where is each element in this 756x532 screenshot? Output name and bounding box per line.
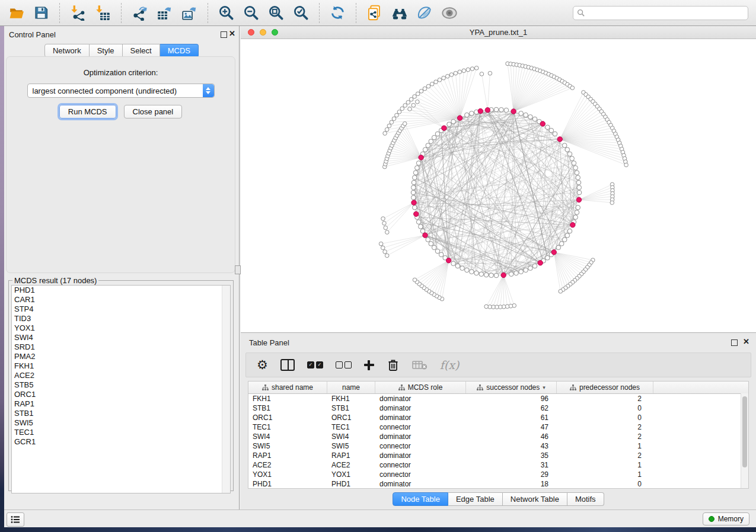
mcds-result-item[interactable]: YOX1	[12, 323, 230, 333]
delete-column-icon[interactable]	[387, 357, 400, 373]
column-header-predecessor-nodes[interactable]: predecessor nodes	[557, 382, 653, 393]
network-node[interactable]	[524, 268, 528, 273]
mcds-result-item[interactable]: RAP1	[12, 399, 230, 409]
network-leaf-node[interactable]	[390, 120, 394, 124]
network-leaf-node[interactable]	[445, 74, 449, 78]
table-row[interactable]: FKH1FKH1dominator962	[248, 394, 748, 403]
close-panel-icon[interactable]: ✕	[229, 30, 235, 38]
network-dominator-node[interactable]	[442, 126, 446, 130]
network-node[interactable]	[412, 175, 417, 180]
select-stepper-icon[interactable]	[203, 84, 214, 97]
network-node[interactable]	[562, 143, 567, 148]
table-row[interactable]: STB1STB1dominator620	[248, 403, 748, 413]
network-node[interactable]	[447, 122, 452, 127]
network-leaf-node[interactable]	[610, 201, 614, 205]
network-node[interactable]	[514, 271, 519, 275]
run-mcds-button[interactable]: Run MCDS	[59, 105, 116, 118]
table-row[interactable]: ACE2ACE2connector311	[248, 460, 748, 470]
close-panel-button[interactable]: Close panel	[124, 105, 183, 118]
network-node[interactable]	[432, 135, 436, 140]
network-node[interactable]	[494, 107, 499, 112]
mcds-result-item[interactable]: GCR1	[12, 437, 230, 447]
zoom-out-icon[interactable]	[242, 4, 260, 22]
network-leaf-node[interactable]	[412, 103, 416, 107]
mcds-result-item[interactable]: PHD1	[12, 286, 230, 295]
split-view-icon[interactable]	[280, 357, 295, 373]
network-leaf-node[interactable]	[403, 104, 407, 108]
network-leaf-node[interactable]	[419, 89, 423, 94]
network-node[interactable]	[411, 190, 416, 195]
network-node[interactable]	[470, 111, 474, 116]
network-node[interactable]	[484, 273, 489, 277]
network-dominator-node[interactable]	[412, 200, 416, 205]
mcds-result-item[interactable]: TID3	[12, 314, 230, 323]
float-panel-icon[interactable]	[221, 31, 227, 38]
network-leaf-node[interactable]	[392, 117, 396, 121]
mcds-result-item[interactable]: STP4	[12, 305, 230, 314]
network-node[interactable]	[575, 210, 579, 215]
network-node[interactable]	[479, 272, 484, 277]
network-node[interactable]	[415, 166, 420, 171]
network-node[interactable]	[573, 215, 578, 220]
network-dominator-node[interactable]	[576, 197, 581, 202]
network-leaf-node[interactable]	[570, 86, 575, 90]
network-leaf-node[interactable]	[434, 80, 438, 84]
network-leaf-node[interactable]	[413, 278, 417, 282]
network-leaf-node[interactable]	[385, 230, 390, 235]
network-dominator-node[interactable]	[557, 137, 562, 142]
network-leaf-node[interactable]	[466, 68, 470, 72]
network-leaf-node[interactable]	[480, 72, 484, 76]
table-row[interactable]: ORC1ORC1dominator610	[248, 413, 748, 422]
mcds-result-item[interactable]: SRD1	[12, 342, 230, 352]
network-node[interactable]	[412, 205, 417, 210]
table-row[interactable]: SWI4SWI4dominator462	[248, 432, 748, 441]
tab-edge-table[interactable]: Edge Table	[448, 492, 503, 506]
mcds-result-item[interactable]: ACE2	[12, 371, 230, 380]
network-leaf-node[interactable]	[413, 95, 417, 99]
network-node[interactable]	[559, 242, 564, 246]
network-leaf-node[interactable]	[426, 84, 430, 88]
network-node[interactable]	[519, 270, 524, 274]
mcds-result-item[interactable]: PMA2	[12, 352, 230, 361]
network-leaf-node[interactable]	[395, 113, 399, 117]
import-network-icon[interactable]	[69, 4, 87, 22]
network-leaf-node[interactable]	[559, 289, 563, 293]
network-leaf-node[interactable]	[488, 71, 492, 75]
network-dominator-node[interactable]	[457, 116, 462, 120]
network-leaf-node[interactable]	[423, 86, 427, 91]
network-node[interactable]	[460, 266, 465, 271]
mcds-result-list[interactable]: PHD1CAR1STP4TID3YOX1SWI4SRD1PMA2FKH1ACE2…	[11, 285, 231, 493]
tab-network[interactable]: Network	[44, 44, 90, 57]
network-node[interactable]	[474, 271, 479, 275]
network-leaf-node[interactable]	[442, 76, 446, 80]
export-network-icon[interactable]	[130, 4, 149, 22]
network-leaf-node[interactable]	[408, 107, 412, 111]
network-dominator-node[interactable]	[423, 233, 428, 238]
network-node[interactable]	[570, 156, 575, 161]
network-node[interactable]	[567, 229, 572, 233]
column-header-name[interactable]: name	[327, 382, 375, 393]
network-leaf-node[interactable]	[470, 67, 474, 71]
export-table-icon[interactable]	[155, 4, 174, 22]
network-canvas[interactable]	[241, 39, 756, 332]
network-dominator-node[interactable]	[538, 261, 543, 265]
refresh-layout-icon[interactable]	[328, 4, 347, 22]
mcds-result-item[interactable]: SWI5	[12, 418, 230, 428]
network-node[interactable]	[532, 264, 537, 268]
table-scrollbar[interactable]	[741, 393, 748, 488]
network-leaf-node[interactable]	[381, 246, 385, 250]
first-neighbors-icon[interactable]	[390, 4, 409, 22]
mcds-result-item[interactable]: FKH1	[12, 361, 230, 371]
float-table-panel-icon[interactable]	[731, 339, 738, 346]
tab-motifs[interactable]: Motifs	[567, 492, 604, 506]
select-all-icon[interactable]: ✓✓	[307, 357, 323, 373]
tab-mcds[interactable]: MCDS	[160, 44, 199, 57]
network-leaf-node[interactable]	[416, 92, 420, 96]
memory-button[interactable]: Memory	[703, 512, 749, 525]
network-leaf-node[interactable]	[462, 69, 466, 73]
network-dominator-node[interactable]	[501, 273, 506, 277]
network-leaf-node[interactable]	[458, 70, 462, 74]
network-node[interactable]	[426, 238, 430, 242]
show-all-icon[interactable]	[440, 4, 458, 22]
table-row[interactable]: PHD1PHD1dominator180	[248, 479, 748, 489]
